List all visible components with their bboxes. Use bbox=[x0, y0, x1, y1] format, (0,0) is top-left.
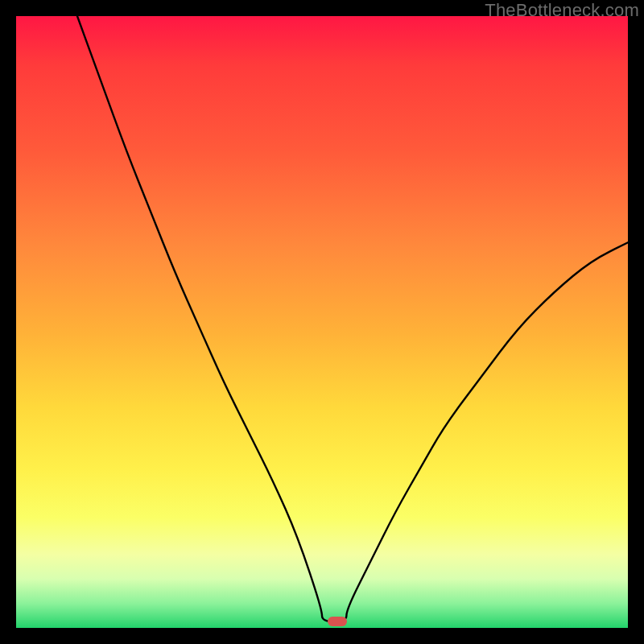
bottleneck-curve bbox=[16, 16, 628, 628]
curve-path bbox=[77, 16, 628, 621]
plot-area bbox=[16, 16, 628, 628]
minimum-marker bbox=[328, 617, 347, 626]
chart-frame: TheBottleneck.com bbox=[0, 0, 644, 644]
